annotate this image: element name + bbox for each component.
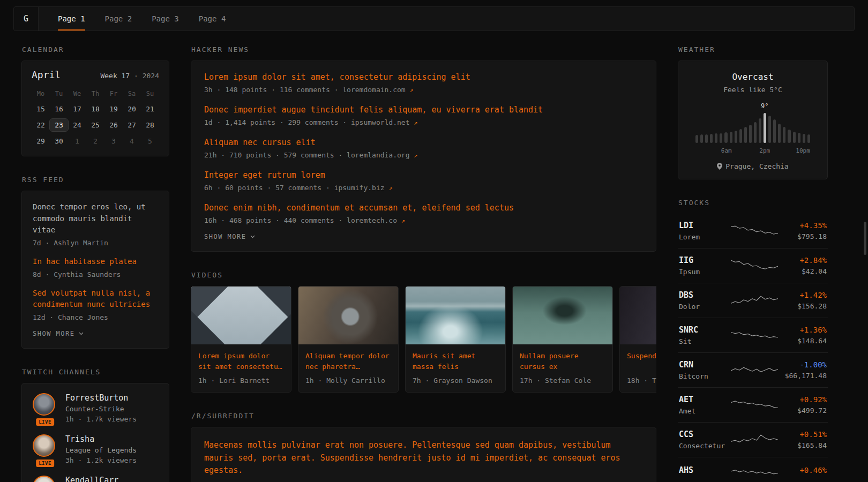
stock-row[interactable]: IIG Ipsum +2.84% $42.04 xyxy=(678,248,828,283)
external-link-icon[interactable]: ↗ xyxy=(414,119,417,126)
channel-name[interactable]: KendallCarr xyxy=(65,476,118,482)
rss-show-more-button[interactable]: SHOW MORE xyxy=(33,330,158,337)
hn-show-more-button[interactable]: SHOW MORE xyxy=(204,233,643,240)
video-thumbnail[interactable] xyxy=(406,287,505,344)
stock-change: +0.92% xyxy=(781,395,827,404)
weather-condition: Overcast xyxy=(688,72,818,82)
hn-item-title[interactable]: Donec enim nibh, condimentum et accumsan… xyxy=(204,203,643,213)
stock-row[interactable]: LDI Lorem +4.35% $795.18 xyxy=(678,214,828,248)
channel-meta: 3h · 1.2k viewers xyxy=(65,456,137,464)
video-thumbnail[interactable] xyxy=(191,287,291,344)
calendar-day: 22 xyxy=(32,119,50,131)
calendar-section-title: CALENDAR xyxy=(22,46,169,54)
video-card[interactable]: Aliquam tempor dolor nec pharetra… 1h · … xyxy=(298,286,399,393)
stock-values: +0.51% $165.84 xyxy=(781,430,827,449)
calendar-day: 17 xyxy=(68,103,86,115)
channel-category[interactable]: League of Legends xyxy=(65,446,137,454)
rss-item-title[interactable]: Sed volutpat nulla nisl, a condimentum n… xyxy=(33,288,158,311)
videos-section-title: VIDEOS xyxy=(191,271,656,279)
external-link-icon[interactable]: ↗ xyxy=(401,217,405,224)
video-title[interactable]: Suspendisse diam xyxy=(620,344,656,372)
weather-bar xyxy=(705,134,708,143)
stock-symbol: SNRC xyxy=(679,325,728,335)
weather-bar xyxy=(773,119,776,143)
tab-page-1[interactable]: Page 1 xyxy=(58,7,85,31)
video-title[interactable]: Aliquam tempor dolor nec pharetra… xyxy=(298,344,398,372)
stock-name: Sit xyxy=(679,337,728,345)
stock-price: $165.84 xyxy=(781,441,827,449)
video-card[interactable]: Lorem ipsum dolor sit amet consectetu… 1… xyxy=(191,286,291,393)
videos-row: Lorem ipsum dolor sit amet consectetu… 1… xyxy=(191,286,656,393)
video-card[interactable]: Suspendisse diam 18h · Tara xyxy=(619,286,656,393)
tab-page-2[interactable]: Page 2 xyxy=(105,7,132,31)
hn-item-title[interactable]: Lorem ipsum dolor sit amet, consectetur … xyxy=(204,72,643,82)
tab-page-3[interactable]: Page 3 xyxy=(152,7,179,31)
channel-category[interactable]: Counter-Strike xyxy=(65,405,137,413)
hn-item: Integer eget rutrum lorem 6h · 60 points… xyxy=(204,170,643,192)
stock-sparkline xyxy=(728,433,781,447)
subreddit-widget: Maecenas mollis pulvinar erat non posuer… xyxy=(191,427,656,482)
stock-row[interactable]: AHS +0.46% xyxy=(678,457,828,482)
stock-change: -1.00% xyxy=(781,360,827,369)
stock-values: +0.92% $499.72 xyxy=(781,395,827,415)
calendar-day-header: Fr xyxy=(104,88,123,99)
video-title[interactable]: Nullam posuere cursus ex xyxy=(513,344,612,372)
subreddit-post-title[interactable]: Maecenas mollis pulvinar erat non posuer… xyxy=(204,439,643,477)
video-thumbnail[interactable] xyxy=(298,287,398,344)
page-tabs: Page 1 Page 2 Page 3 Page 4 xyxy=(58,7,226,31)
twitch-channel-row[interactable]: LIVE Trisha League of Legends 3h · 1.2k … xyxy=(33,434,158,464)
avatar: LIVE xyxy=(33,393,57,423)
video-title[interactable]: Lorem ipsum dolor sit amet consectetu… xyxy=(191,344,291,372)
video-thumbnail[interactable] xyxy=(513,287,612,344)
calendar-widget: April Week 17 · 2024 MoTuWeThFrSaSu15161… xyxy=(21,61,169,156)
main-content: CALENDAR April Week 17 · 2024 MoTuWeThFr… xyxy=(0,31,868,482)
stock-symbol: AHS xyxy=(679,465,728,475)
channel-name[interactable]: ForrestBurton xyxy=(65,393,137,403)
hn-item: Donec enim nibh, condimentum et accumsan… xyxy=(204,203,643,224)
external-link-icon[interactable]: ↗ xyxy=(414,152,417,159)
calendar-day-header: We xyxy=(68,88,86,99)
stock-row[interactable]: CCS Consectetur +0.51% $165.84 xyxy=(678,423,828,457)
video-card[interactable]: Mauris sit amet massa felis 7h · Grayson… xyxy=(405,286,506,393)
weather-hour-label: 2pm xyxy=(759,147,770,154)
app-logo[interactable]: G xyxy=(14,7,39,31)
subreddit-section-title: /R/SUBREDDIT xyxy=(191,412,656,420)
tab-page-4[interactable]: Page 4 xyxy=(199,7,226,31)
middle-column: HACKER NEWS Lorem ipsum dolor sit amet, … xyxy=(191,31,656,482)
stock-row[interactable]: CRN Bitcorn -1.00% $66,171.48 xyxy=(678,353,828,388)
stock-symbol: AET xyxy=(679,395,728,404)
hn-item-title[interactable]: Integer eget rutrum lorem xyxy=(204,170,643,180)
rss-item-title[interactable]: Donec tempor eros leo, ut commodo mauris… xyxy=(33,201,158,236)
rss-item-title[interactable]: In hac habitasse platea xyxy=(33,256,158,268)
hn-item-title[interactable]: Donec imperdiet augue tincidunt felis al… xyxy=(204,105,643,115)
rss-section-title: RSS FEED xyxy=(22,176,169,184)
video-card[interactable]: Nullam posuere cursus ex 17h · Stefan Co… xyxy=(512,286,613,393)
stock-name: Dolor xyxy=(679,303,728,311)
hn-item-title[interactable]: Aliquam nec cursus elit xyxy=(204,138,643,147)
channel-avatar-image xyxy=(33,434,55,457)
location-pin-icon xyxy=(717,163,722,170)
stock-id: AHS xyxy=(679,465,728,478)
stock-row[interactable]: SNRC Sit +1.36% $148.64 xyxy=(678,318,828,353)
weather-bar xyxy=(710,134,713,143)
weather-hour-label: 6am xyxy=(721,147,732,154)
rss-item-meta: 7d · Ashlyn Martin xyxy=(33,239,158,247)
twitch-channel-row[interactable]: LIVE ForrestBurton Counter-Strike 1h · 1… xyxy=(33,393,158,423)
weather-bar xyxy=(764,113,766,143)
video-thumbnail[interactable] xyxy=(620,287,656,344)
twitch-channel-row[interactable]: LIVE KendallCarr xyxy=(33,476,158,482)
stock-row[interactable]: AET Amet +0.92% $499.72 xyxy=(678,388,828,423)
video-title[interactable]: Mauris sit amet massa felis xyxy=(406,344,505,372)
vertical-scrollbar-thumb[interactable] xyxy=(864,222,866,255)
stocks-section-title: STOCKS xyxy=(678,199,828,207)
channel-name[interactable]: Trisha xyxy=(65,434,137,444)
live-badge: LIVE xyxy=(36,460,54,467)
avatar: LIVE xyxy=(33,476,57,482)
calendar-day: 20 xyxy=(123,103,141,115)
external-link-icon[interactable]: ↗ xyxy=(388,184,392,192)
video-meta: 1h · Lori Barnett xyxy=(191,372,291,392)
calendar-week-year: Week 17 · 2024 xyxy=(100,72,159,80)
stock-row[interactable]: DBS Dolor +1.42% $156.28 xyxy=(678,283,828,318)
external-link-icon[interactable]: ↗ xyxy=(410,86,414,94)
calendar-day: 25 xyxy=(86,119,104,131)
